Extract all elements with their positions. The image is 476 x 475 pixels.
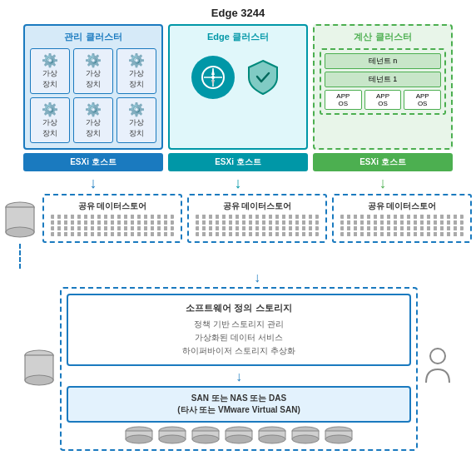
bottom-disks: [67, 426, 411, 444]
sds-feature-1: 정책 기반 스토리지 관리: [78, 318, 399, 331]
edge-cluster: Edge 클러스터: [168, 24, 308, 150]
svg-point-32: [325, 435, 352, 443]
vm-item: ⚙️ 가상장치: [30, 48, 70, 94]
compute-cluster: 계산 클러스터 테넌트 n 테넌트 1 APPOS APPOS APPOS: [313, 24, 453, 150]
vm-item: ⚙️ 가상장치: [73, 48, 113, 94]
right-person-icon: [423, 348, 453, 391]
disk-1: [124, 426, 154, 444]
compute-cluster-title: 계산 클러스터: [320, 31, 446, 43]
page-title: Edge 3244: [7, 7, 469, 19]
datastore-2: 공유 데이터스토어: [187, 194, 327, 243]
datastore-1: 공유 데이터스토어: [42, 194, 182, 243]
svg-point-33: [430, 349, 445, 364]
edge-compass-icon: [191, 56, 235, 99]
vm-label1: 가상장치: [42, 69, 57, 88]
dashed-line-left: [19, 244, 21, 269]
vm-item: ⚙️ 가상장치: [117, 48, 156, 94]
disk-7: [324, 426, 354, 444]
sds-box: 소프트웨어 정의 스토리지 정책 기반 스토리지 관리 가상화된 데이터 서비스…: [67, 294, 411, 366]
vm-label2: 가상장치: [86, 69, 101, 88]
arrow-down-2: ↓: [168, 175, 308, 192]
ds-lines-1: [51, 215, 174, 236]
app-os-grid: APPOS APPOS APPOS: [325, 90, 441, 110]
esxi-edge: ESXi 호스트: [168, 153, 308, 171]
vm-label3: 가상장치: [129, 69, 144, 88]
tenant-1: 테넌트 1: [325, 72, 441, 87]
arrow-row-1: ↓ ↓ ↓: [7, 175, 469, 192]
left-cylinder-group: [4, 200, 36, 269]
sds-features: 정책 기반 스토리지 관리 가상화된 데이터 서비스 하이퍼바이저 스토리지 추…: [78, 318, 399, 358]
edge-shield-icon: [241, 56, 285, 99]
esxi-compute: ESXi 호스트: [313, 153, 453, 171]
app-os-1: APPOS: [325, 90, 362, 110]
left-bottom-cylinder: [23, 349, 55, 390]
svg-marker-4: [211, 68, 215, 75]
sds-feature-2: 가상화된 데이터 서비스: [78, 331, 399, 344]
svg-point-14: [126, 435, 152, 443]
disk-6: [290, 426, 320, 444]
ds-lines-3: [340, 215, 464, 236]
cylinder-icon-left: [4, 200, 36, 242]
tenant-wrapper: 테넌트 n 테넌트 1 APPOS APPOS APPOS: [320, 48, 446, 115]
vm-item: ⚙️ 가상장치: [30, 97, 70, 143]
management-cluster: 관리 클러스터 ⚙️ 가상장치 ⚙️ 가상장치 ⚙️ 가상장치 ⚙️ 가상장치: [23, 24, 163, 150]
svg-point-11: [25, 375, 53, 385]
vm-label6: 가상장치: [129, 118, 144, 137]
arrow-down-1: ↓: [23, 175, 163, 192]
arrow-to-sds: ↓: [7, 270, 469, 285]
datastore-row: 공유 데이터스토어 공유 데이터스토어 공유 데이터스토어: [42, 194, 472, 243]
disk-4: [224, 426, 254, 444]
arrow-down-3: ↓: [313, 175, 453, 192]
vm-item: ⚙️ 가상장치: [117, 97, 156, 143]
mgmt-cluster-title: 관리 클러스터: [30, 31, 156, 43]
disk-5: [257, 426, 287, 444]
vm-label4: 가상장치: [42, 118, 57, 137]
datastore-section: 공유 데이터스토어 공유 데이터스토어 공유 데이터스토어: [7, 194, 469, 269]
outer-dashed-box: 소프트웨어 정의 스토리지 정책 기반 스토리지 관리 가상화된 데이터 서비스…: [60, 287, 418, 451]
svg-point-8: [6, 227, 34, 237]
cylinder-icon-bottom-left: [23, 349, 55, 390]
sds-san-container: 소프트웨어 정의 스토리지 정책 기반 스토리지 관리 가상화된 데이터 서비스…: [60, 287, 418, 451]
svg-point-17: [159, 435, 186, 443]
vm-label5: 가상장치: [86, 118, 101, 137]
clusters-row: 관리 클러스터 ⚙️ 가상장치 ⚙️ 가상장치 ⚙️ 가상장치 ⚙️ 가상장치: [7, 24, 469, 150]
svg-point-29: [292, 435, 319, 443]
disk-3: [191, 426, 221, 444]
sds-feature-3: 하이퍼바이저 스토리지 추상화: [78, 344, 399, 358]
bottom-section: 소프트웨어 정의 스토리지 정책 기반 스토리지 관리 가상화된 데이터 서비스…: [7, 287, 469, 451]
vm-grid-mgmt: ⚙️ 가상장치 ⚙️ 가상장치 ⚙️ 가상장치 ⚙️ 가상장치 ⚙️ 가상장: [30, 48, 156, 143]
san-line2: (타사 또는 VMware Virtual SAN): [78, 404, 399, 416]
edge-icons: [175, 48, 301, 106]
person-icon: [423, 348, 453, 391]
app-os-2: APPOS: [364, 90, 402, 110]
svg-marker-5: [211, 80, 215, 87]
datastore-3: 공유 데이터스토어: [332, 194, 472, 243]
tenant-n: 테넌트 n: [325, 53, 441, 69]
app-os-3: APPOS: [404, 90, 441, 110]
svg-point-20: [192, 435, 219, 443]
sds-title: 소프트웨어 정의 스토리지: [78, 302, 399, 314]
ds-lines-2: [196, 215, 319, 236]
vm-item: ⚙️ 가상장치: [73, 97, 113, 143]
san-line1: SAN 또는 NAS 또는 DAS: [78, 393, 399, 404]
disk-2: [157, 426, 187, 444]
arrow-sds-san: ↓: [67, 369, 411, 384]
svg-point-23: [226, 435, 252, 443]
svg-point-26: [259, 435, 285, 443]
diagram-container: Edge 3244 관리 클러스터 ⚙️ 가상장치 ⚙️ 가상장치 ⚙️ 가상장…: [0, 0, 476, 475]
edge-cluster-title: Edge 클러스터: [175, 31, 301, 43]
san-box: SAN 또는 NAS 또는 DAS (타사 또는 VMware Virtual …: [67, 386, 411, 423]
esxi-mgmt: ESXi 호스트: [23, 153, 163, 171]
esxi-row: ESXi 호스트 ESXi 호스트 ESXi 호스트: [7, 153, 469, 171]
